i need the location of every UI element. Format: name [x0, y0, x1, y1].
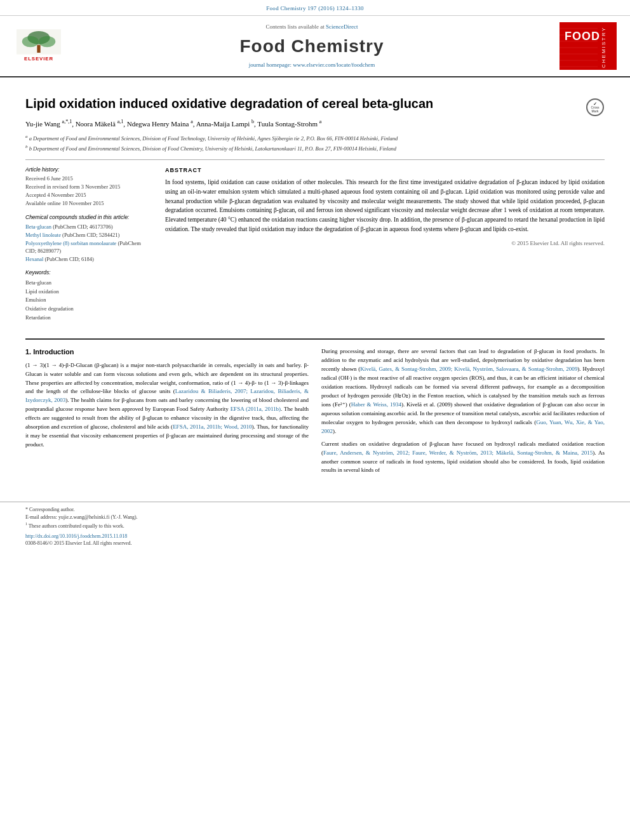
svg-rect-4: [37, 45, 40, 53]
header-right: FOOD CHEMISTRY: [556, 22, 620, 70]
affiliation-b: b b Department of Food and Environmental…: [25, 144, 605, 153]
journal-badge: FOOD CHEMISTRY: [560, 22, 617, 70]
svg-text:CHEMISTRY: CHEMISTRY: [601, 27, 607, 68]
author-ndegwa: Ndegwa Henry Maina: [127, 120, 189, 128]
keyword-1: Lipid oxidation: [25, 288, 152, 297]
keyword-2: Emulsion: [25, 296, 152, 305]
body-two-col: 1. Introduction (1 → 3)(1 → 4)-β-D-Gluca…: [25, 347, 605, 479]
svg-text:ELSEVIER: ELSEVIER: [24, 56, 53, 62]
doi-link[interactable]: http://dx.doi.org/10.1016/j.foodchem.201…: [25, 533, 605, 540]
top-bar: Food Chemistry 197 (2016) 1324–1330: [0, 0, 630, 16]
keyword-3: Oxidative degradation: [25, 305, 152, 314]
email-note: E-mail address: yujie.z.wang@helsinki.fi…: [25, 514, 605, 521]
history-label: Article history:: [25, 166, 152, 174]
chemical-0: Beta-glucan (PubChem CID; 46173706): [25, 223, 152, 231]
header-center: Contents lists available at ScienceDirec…: [74, 22, 550, 70]
keywords-section: Keywords: Beta-glucan Lipid oxidation Em…: [25, 269, 152, 322]
body-col-1: 1. Introduction (1 → 3)(1 → 4)-β-D-Gluca…: [25, 347, 309, 479]
header-left: ELSEVIER: [10, 22, 67, 70]
chemicals-section: Chemical compounds studied in this artic…: [25, 214, 152, 263]
article-info-col: Article history: Received 6 June 2015 Re…: [25, 166, 152, 329]
revised-date: Received in revised form 3 November 2015: [25, 183, 152, 191]
journal-reference: Food Chemistry 197 (2016) 1324–1330: [266, 5, 364, 11]
page: Food Chemistry 197 (2016) 1324–1330 ELSE…: [0, 0, 630, 840]
author-anna: Anna-Maija Lampi: [196, 120, 250, 128]
svg-point-3: [39, 36, 55, 48]
abstract-col: ABSTRACT In food systems, lipid oxidatio…: [165, 166, 605, 329]
corresponding-note: * Corresponding author.: [25, 506, 605, 514]
accepted-date: Accepted 4 November 2015: [25, 192, 152, 199]
affiliation-a: a a Department of Food and Environmental…: [25, 134, 605, 143]
section1-heading: 1. Introduction: [25, 347, 309, 357]
keywords-list: Beta-glucan Lipid oxidation Emulsion Oxi…: [25, 279, 152, 322]
keyword-0: Beta-glucan: [25, 279, 152, 288]
author-tuula: Tuula Sontag-Strohm: [257, 120, 318, 128]
body-content: 1. Introduction (1 → 3)(1 → 4)-β-D-Gluca…: [25, 338, 605, 479]
contents-label: Contents lists available at: [266, 23, 325, 30]
chemical-3: Hexanal (PubChem CID; 6184): [25, 256, 152, 263]
crossmark-badge[interactable]: ✓ CrossMark: [586, 98, 605, 117]
svg-text:FOOD: FOOD: [565, 30, 600, 43]
badge-svg: FOOD CHEMISTRY: [560, 22, 617, 70]
keyword-4: Retardation: [25, 314, 152, 323]
sciencedirect-line: Contents lists available at ScienceDirec…: [266, 23, 358, 31]
elsevier-logo: ELSEVIER: [17, 29, 61, 63]
keywords-label: Keywords:: [25, 269, 152, 277]
body-text-col2: During processing and storage, there are…: [321, 347, 605, 475]
main-content: ✓ CrossMark Lipid oxidation induced oxid…: [0, 77, 630, 489]
issn-line: 0308-8146/© 2015 Elsevier Ltd. All right…: [25, 540, 605, 547]
article-body-top: Article history: Received 6 June 2015 Re…: [25, 166, 605, 329]
article-title: Lipid oxidation induced oxidative degrad…: [25, 95, 605, 112]
body-text-col1: (1 → 3)(1 → 4)-β-D-Glucan (β-glucan) is …: [25, 361, 309, 450]
chemical-label: Chemical compounds studied in this artic…: [25, 214, 152, 222]
authors-line: Yu-jie Wang a,*,1, Noora Mäkelä a,1, Nde…: [25, 118, 605, 129]
homepage-url[interactable]: www.elsevier.com/locate/foodchem: [293, 62, 375, 68]
received-date: Received 6 June 2015: [25, 175, 152, 183]
header-area: ELSEVIER Contents lists available at Sci…: [0, 16, 630, 77]
homepage-label: journal homepage:: [249, 62, 292, 68]
sciencedirect-link[interactable]: ScienceDirect: [326, 23, 358, 30]
abstract-text: In food systems, lipid oxidation can cau…: [165, 178, 605, 234]
author-noora: Noora Mäkelä: [76, 120, 116, 128]
chemical-2: Polyoxyethylene (8) sorbitan monolaurate…: [25, 240, 152, 255]
divider: [25, 159, 605, 160]
homepage-line: journal homepage: www.elsevier.com/locat…: [249, 61, 375, 69]
svg-point-2: [22, 36, 39, 48]
author-yujie: Yu-jie Wang: [25, 120, 60, 128]
corresponding-label: * Corresponding author.: [25, 507, 75, 512]
footer-area: * Corresponding author. E-mail address: …: [0, 502, 630, 547]
article-history-section: Article history: Received 6 June 2015 Re…: [25, 166, 152, 208]
body-col-2: During processing and storage, there are…: [321, 347, 605, 479]
online-date: Available online 10 November 2015: [25, 200, 152, 208]
copyright-line: © 2015 Elsevier Ltd. All rights reserved…: [165, 239, 605, 248]
abstract-label: ABSTRACT: [165, 166, 605, 175]
journal-title: Food Chemistry: [239, 34, 384, 58]
chemical-1: Methyl linoleate (PubChem CID; 5284421): [25, 232, 152, 239]
equal-contribution-note: 1 These authors contributed equally to t…: [25, 521, 605, 530]
